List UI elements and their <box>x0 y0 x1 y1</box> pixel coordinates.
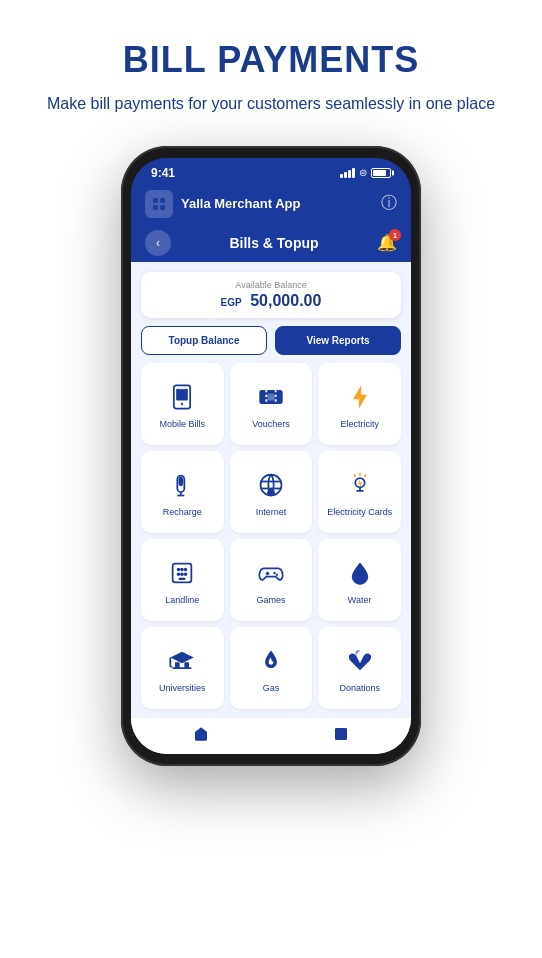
app-name: Yalla Merchant App <box>181 196 300 211</box>
balance-card: Available Balance EGP 50,000.00 <box>141 272 401 318</box>
svg-point-31 <box>184 568 188 572</box>
service-label: Universities <box>159 683 206 694</box>
svg-rect-46 <box>335 728 347 740</box>
service-label: Vouchers <box>252 419 290 430</box>
electricity-icon <box>344 381 376 413</box>
service-label: Water <box>348 595 372 606</box>
svg-point-38 <box>273 572 275 574</box>
svg-point-29 <box>177 568 181 572</box>
notification-button[interactable]: 🔔 1 <box>377 233 397 252</box>
water-icon <box>344 557 376 589</box>
electricity-cards-icon <box>344 469 376 501</box>
service-internet[interactable]: Internet <box>230 451 313 533</box>
svg-rect-14 <box>179 477 184 486</box>
bottom-nav-home[interactable] <box>193 726 209 742</box>
balance-label: Available Balance <box>153 280 389 290</box>
service-games[interactable]: Games <box>230 539 313 621</box>
svg-point-39 <box>276 574 278 576</box>
svg-rect-11 <box>267 394 274 401</box>
signal-icon <box>340 168 355 178</box>
service-mobile-bills[interactable]: Mobile Bills <box>141 363 224 445</box>
recharge-icon <box>166 469 198 501</box>
mobile-bills-icon <box>166 381 198 413</box>
gas-icon <box>255 645 287 677</box>
wifi-icon: ⊜ <box>359 167 367 178</box>
svg-line-22 <box>354 475 355 477</box>
action-buttons: Topup Balance View Reports <box>141 326 401 355</box>
service-grid: Mobile Bills <box>141 363 401 709</box>
vouchers-icon <box>255 381 287 413</box>
phone-mockup: 9:41 ⊜ <box>121 146 421 766</box>
svg-rect-0 <box>153 198 158 203</box>
service-universities[interactable]: Universities <box>141 627 224 709</box>
svg-point-6 <box>181 403 183 405</box>
back-button[interactable]: ‹ <box>145 230 171 256</box>
service-donations[interactable]: Donations <box>318 627 401 709</box>
app-logo <box>145 190 173 218</box>
app-logo-area: Yalla Merchant App <box>145 190 300 218</box>
service-label: Internet <box>256 507 287 518</box>
battery-icon <box>371 168 391 178</box>
service-electricity-cards[interactable]: Electricity Cards <box>318 451 401 533</box>
balance-currency: EGP <box>221 297 242 308</box>
donations-icon <box>344 645 376 677</box>
service-label: Gas <box>263 683 280 694</box>
service-landline[interactable]: Landline <box>141 539 224 621</box>
service-label: Landline <box>165 595 199 606</box>
service-label: Recharge <box>163 507 202 518</box>
service-water[interactable]: Water <box>318 539 401 621</box>
svg-marker-12 <box>353 386 367 409</box>
phone-screen: 9:41 ⊜ <box>131 158 411 754</box>
internet-icon <box>255 469 287 501</box>
bottom-nav-bills[interactable] <box>333 726 349 742</box>
balance-amount-row: EGP 50,000.00 <box>153 292 389 310</box>
svg-rect-35 <box>179 578 186 580</box>
svg-marker-40 <box>171 652 194 664</box>
svg-rect-5 <box>176 389 188 401</box>
landline-icon <box>166 557 198 589</box>
service-label: Games <box>256 595 285 606</box>
topup-button[interactable]: Topup Balance <box>141 326 267 355</box>
service-label: Mobile Bills <box>160 419 206 430</box>
service-vouchers[interactable]: Vouchers <box>230 363 313 445</box>
status-time: 9:41 <box>151 166 175 180</box>
phone-outer-frame: 9:41 ⊜ <box>121 146 421 766</box>
status-icons: ⊜ <box>340 167 391 178</box>
games-icon <box>255 557 287 589</box>
service-recharge[interactable]: Recharge <box>141 451 224 533</box>
service-label: Donations <box>339 683 380 694</box>
bottom-nav <box>131 717 411 754</box>
notification-badge: 1 <box>389 229 401 241</box>
svg-point-34 <box>184 573 188 577</box>
svg-point-30 <box>181 568 185 572</box>
app-content: Available Balance EGP 50,000.00 Topup Ba… <box>131 262 411 754</box>
svg-rect-1 <box>160 198 165 203</box>
universities-icon <box>166 645 198 677</box>
svg-rect-3 <box>160 205 165 210</box>
svg-rect-2 <box>153 205 158 210</box>
status-bar: 9:41 ⊜ <box>131 158 411 184</box>
service-electricity[interactable]: Electricity <box>318 363 401 445</box>
svg-point-32 <box>177 573 181 577</box>
info-icon[interactable]: ⓘ <box>381 193 397 214</box>
app-header: Yalla Merchant App ⓘ <box>131 184 411 224</box>
page-header: BILL PAYMENTS Make bill payments for you… <box>7 0 535 136</box>
service-label: Electricity <box>340 419 379 430</box>
nav-bar: ‹ Bills & Topup 🔔 1 <box>131 224 411 262</box>
balance-amount: 50,000.00 <box>250 292 321 309</box>
service-gas[interactable]: Gas <box>230 627 313 709</box>
nav-title: Bills & Topup <box>229 235 318 251</box>
view-reports-button[interactable]: View Reports <box>275 326 401 355</box>
service-label: Electricity Cards <box>327 507 392 518</box>
svg-line-24 <box>364 475 365 477</box>
svg-point-33 <box>181 573 185 577</box>
page-subtitle: Make bill payments for your customers se… <box>47 92 495 116</box>
page-title: BILL PAYMENTS <box>47 40 495 80</box>
